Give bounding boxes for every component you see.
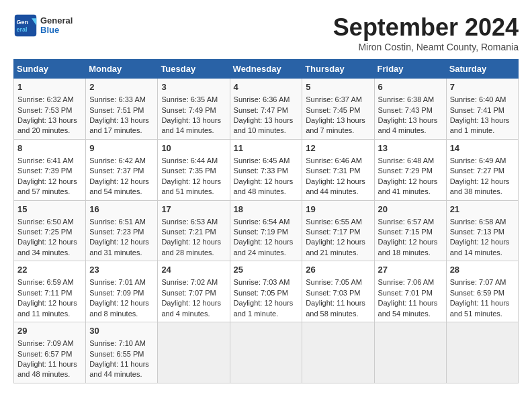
day-info-line: Sunset: 7:45 PM [306, 105, 370, 116]
day-info-line: Sunrise: 6:59 AM [17, 277, 82, 287]
calendar-day-cell: 16Sunrise: 6:51 AMSunset: 7:23 PMDayligh… [86, 200, 158, 261]
day-info-line: Sunset: 7:17 PM [306, 227, 370, 237]
calendar-day-cell: 3Sunrise: 6:35 AMSunset: 7:49 PMDaylight… [158, 79, 230, 140]
calendar-day-cell: 25Sunrise: 7:03 AMSunset: 7:05 PMDayligh… [230, 261, 302, 322]
calendar-day-cell: 15Sunrise: 6:50 AMSunset: 7:25 PMDayligh… [14, 200, 86, 261]
day-info-line: Sunset: 7:53 PM [17, 105, 82, 116]
calendar-day-cell: 8Sunrise: 6:41 AMSunset: 7:39 PMDaylight… [14, 139, 86, 200]
day-info-line: Sunset: 7:11 PM [17, 288, 82, 298]
weekday-header-saturday: Saturday [446, 60, 518, 79]
day-info-line: and 57 minutes. [17, 187, 82, 197]
calendar-day-cell: 13Sunrise: 6:48 AMSunset: 7:29 PMDayligh… [374, 139, 446, 200]
day-info-line: Daylight: 11 hours [17, 359, 82, 369]
day-number: 12 [306, 142, 370, 154]
day-info-line: Daylight: 12 hours [234, 177, 299, 187]
day-info-line: Daylight: 12 hours [378, 177, 443, 187]
day-info-line: and 58 minutes. [306, 309, 370, 319]
day-number: 20 [378, 203, 443, 216]
day-number: 4 [234, 81, 299, 93]
weekday-header-sunday: Sunday [14, 60, 86, 79]
day-info-line: Sunrise: 6:49 AM [450, 156, 515, 166]
day-number: 17 [161, 203, 226, 216]
calendar-day-cell: 27Sunrise: 7:06 AMSunset: 7:01 PMDayligh… [374, 261, 446, 322]
day-info-line: Daylight: 12 hours [306, 177, 370, 187]
calendar-week-row: 29Sunrise: 7:09 AMSunset: 6:57 PMDayligh… [14, 322, 519, 383]
day-info-line: and 4 minutes. [378, 126, 443, 136]
day-info-line: Sunrise: 7:01 AM [89, 277, 154, 287]
day-info-line: Sunset: 7:21 PM [161, 227, 226, 237]
day-info-line: Sunrise: 6:45 AM [234, 156, 299, 166]
day-info-line: Daylight: 11 hours [450, 298, 515, 308]
day-number: 19 [306, 203, 370, 216]
calendar-day-cell: 23Sunrise: 7:01 AMSunset: 7:09 PMDayligh… [86, 261, 158, 322]
day-info-line: and 48 minutes. [17, 369, 82, 379]
day-info-line: and 20 minutes. [17, 126, 82, 136]
day-info-line: Sunset: 7:51 PM [89, 105, 154, 116]
day-info-line: and 4 minutes. [161, 309, 226, 319]
logo: Gen eral General Blue [13, 13, 73, 38]
day-info-line: Sunrise: 7:05 AM [306, 277, 370, 287]
day-info-line: Sunrise: 7:09 AM [17, 338, 82, 349]
day-number: 25 [234, 264, 299, 276]
day-info-line: Sunrise: 6:41 AM [17, 156, 82, 166]
day-info-line: Daylight: 12 hours [17, 177, 82, 187]
calendar-day-cell: 18Sunrise: 6:54 AMSunset: 7:19 PMDayligh… [230, 200, 302, 261]
calendar-day-cell: 29Sunrise: 7:09 AMSunset: 6:57 PMDayligh… [14, 322, 86, 383]
day-info-line: Daylight: 12 hours [234, 237, 299, 247]
month-title: September 2024 [333, 13, 519, 42]
day-info-line: and 21 minutes. [306, 248, 370, 258]
day-info-line: and 51 minutes. [450, 309, 515, 319]
day-number: 30 [89, 325, 154, 337]
day-info-line: Sunset: 6:55 PM [89, 349, 154, 359]
day-number: 27 [378, 264, 443, 276]
calendar-day-cell: 21Sunrise: 6:58 AMSunset: 7:13 PMDayligh… [446, 200, 518, 261]
day-info-line: Sunrise: 7:06 AM [378, 277, 443, 287]
svg-text:eral: eral [17, 26, 28, 33]
day-info-line: and 7 minutes. [306, 126, 370, 136]
day-info-line: Daylight: 13 hours [234, 116, 299, 126]
calendar-week-row: 15Sunrise: 6:50 AMSunset: 7:25 PMDayligh… [14, 200, 519, 261]
day-info-line: and 14 minutes. [161, 126, 226, 136]
day-info-line: Sunrise: 6:46 AM [306, 156, 370, 166]
day-info-line: Daylight: 12 hours [89, 177, 154, 187]
day-info-line: Sunset: 7:05 PM [234, 288, 299, 298]
day-info-line: Daylight: 11 hours [89, 359, 154, 369]
calendar-day-cell: 22Sunrise: 6:59 AMSunset: 7:11 PMDayligh… [14, 261, 86, 322]
day-info-line: Daylight: 12 hours [17, 298, 82, 308]
calendar-day-cell: 19Sunrise: 6:55 AMSunset: 7:17 PMDayligh… [302, 200, 374, 261]
day-info-line: Daylight: 12 hours [161, 237, 226, 247]
day-info-line: Sunset: 7:03 PM [306, 288, 370, 298]
day-number: 22 [17, 264, 82, 276]
day-info-line: Daylight: 13 hours [378, 116, 443, 126]
calendar-day-cell: 9Sunrise: 6:42 AMSunset: 7:37 PMDaylight… [86, 139, 158, 200]
calendar-week-row: 22Sunrise: 6:59 AMSunset: 7:11 PMDayligh… [14, 261, 519, 322]
day-number: 6 [378, 81, 443, 93]
svg-text:Gen: Gen [17, 19, 29, 26]
day-info-line: Sunset: 6:57 PM [17, 349, 82, 359]
logo-icon: Gen eral [13, 13, 38, 38]
day-info-line: Sunrise: 6:40 AM [450, 95, 515, 105]
day-info-line: Sunrise: 6:33 AM [89, 95, 154, 105]
calendar-day-cell: 1Sunrise: 6:32 AMSunset: 7:53 PMDaylight… [14, 79, 86, 140]
day-info-line: and 54 minutes. [378, 309, 443, 319]
day-info-line: and 1 minute. [450, 126, 515, 136]
day-info-line: Sunset: 7:31 PM [306, 166, 370, 176]
day-info-line: and 48 minutes. [234, 187, 299, 197]
weekday-header-monday: Monday [86, 60, 158, 79]
day-info-line: Daylight: 13 hours [306, 116, 370, 126]
day-info-line: Sunrise: 6:37 AM [306, 95, 370, 105]
calendar-day-cell [230, 322, 302, 383]
day-info-line: Sunrise: 6:58 AM [450, 217, 515, 227]
day-info-line: Sunrise: 6:48 AM [378, 156, 443, 166]
logo-line2: Blue [40, 26, 73, 35]
day-info-line: and 24 minutes. [234, 248, 299, 258]
day-info-line: Daylight: 13 hours [161, 116, 226, 126]
day-info-line: Daylight: 13 hours [17, 116, 82, 126]
day-number: 5 [306, 81, 370, 93]
day-info-line: Sunset: 7:39 PM [17, 166, 82, 176]
day-number: 28 [450, 264, 515, 276]
day-info-line: and 1 minute. [234, 309, 299, 319]
logo-line1: General [40, 16, 73, 26]
day-info-line: and 31 minutes. [89, 248, 154, 258]
day-info-line: Sunrise: 6:54 AM [234, 217, 299, 227]
